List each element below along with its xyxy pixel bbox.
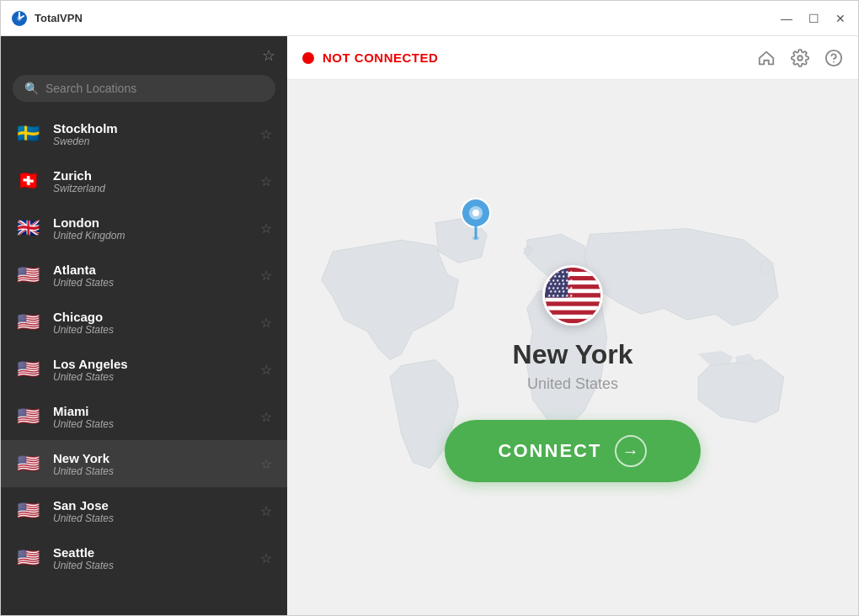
flag-us-miami: 🇺🇸 — [13, 401, 43, 432]
top-bar-icons — [757, 49, 843, 67]
favorite-zurich[interactable]: ☆ — [257, 170, 275, 193]
connect-arrow-icon: → — [615, 435, 647, 467]
search-bar[interactable]: 🔍 — [13, 75, 275, 102]
main-layout: ☆ 🔍 🇸🇪 Stockholm Sweden ☆ 🇨🇭 Zurich — [1, 36, 858, 616]
favorite-london[interactable]: ☆ — [257, 217, 275, 240]
connection-status: NOT CONNECTED — [302, 50, 757, 65]
location-item-zurich[interactable]: 🇨🇭 Zurich Switzerland ☆ — [1, 157, 287, 204]
svg-rect-19 — [545, 306, 600, 311]
city-losangeles: Los Angeles — [53, 357, 257, 371]
svg-rect-20 — [545, 311, 600, 315]
country-us-sanjose: United States — [53, 512, 257, 524]
country-uk: United Kingdom — [53, 230, 257, 242]
connect-button[interactable]: CONNECT → — [445, 420, 702, 482]
country-us-chicago: United States — [53, 324, 257, 336]
help-icon — [824, 49, 843, 67]
location-item-atlanta[interactable]: 🇺🇸 Atlanta United States ☆ — [1, 252, 287, 299]
search-input[interactable] — [45, 82, 264, 95]
city-newyork: New York — [53, 451, 257, 465]
selected-country: United States — [527, 375, 618, 393]
favorite-sanjose[interactable]: ☆ — [257, 500, 275, 523]
connect-label: CONNECT — [499, 440, 602, 462]
help-button[interactable] — [824, 49, 843, 67]
country-switzerland: Switzerland — [53, 183, 257, 194]
favorites-filter-button[interactable]: ☆ — [262, 46, 275, 65]
sidebar: ☆ 🔍 🇸🇪 Stockholm Sweden ☆ 🇨🇭 Zurich — [1, 36, 287, 616]
country-us-miami: United States — [53, 418, 257, 430]
location-item-miami[interactable]: 🇺🇸 Miami United States ☆ — [1, 393, 287, 440]
city-zurich: Zurich — [53, 168, 257, 183]
location-item-sanjose[interactable]: 🇺🇸 San Jose United States ☆ — [1, 487, 287, 534]
app-logo: TotalVPN — [11, 10, 779, 27]
search-icon: 🔍 — [24, 82, 39, 95]
country-sweden: Sweden — [53, 135, 257, 147]
pin-svg — [458, 198, 494, 240]
svg-rect-18 — [545, 302, 600, 306]
favorite-miami[interactable]: ☆ — [257, 406, 275, 428]
status-text: NOT CONNECTED — [323, 50, 438, 65]
city-miami: Miami — [53, 404, 257, 418]
selected-city: New York — [513, 339, 633, 370]
location-item-london[interactable]: 🇬🇧 London United Kingdom ☆ — [1, 204, 287, 252]
flag-sweden: 🇸🇪 — [13, 119, 43, 149]
minimize-button[interactable]: — — [779, 11, 794, 26]
right-panel: NOT CONNECTED — [287, 36, 858, 616]
svg-rect-21 — [545, 315, 600, 319]
city-stockholm: Stockholm — [53, 121, 257, 135]
settings-button[interactable] — [791, 49, 809, 67]
country-us-la: United States — [53, 371, 257, 383]
svg-point-8 — [472, 236, 479, 240]
city-atlanta: Atlanta — [53, 263, 257, 277]
settings-icon — [791, 49, 809, 67]
flag-switzerland: 🇨🇭 — [13, 166, 43, 196]
vpn-logo-icon — [11, 10, 28, 27]
close-button[interactable]: ✕ — [833, 11, 848, 26]
country-us-newyork: United States — [53, 465, 257, 477]
location-item-losangeles[interactable]: 🇺🇸 Los Angeles United States ☆ — [1, 346, 287, 393]
svg-point-7 — [472, 210, 479, 216]
location-item-stockholm[interactable]: 🇸🇪 Stockholm Sweden ☆ — [1, 110, 287, 157]
country-us-atlanta: United States — [53, 277, 257, 289]
location-item-newyork[interactable]: 🇺🇸 New York United States ☆ — [1, 440, 287, 487]
maximize-button[interactable]: ☐ — [806, 11, 821, 26]
sidebar-header: ☆ — [1, 36, 287, 75]
status-indicator — [302, 52, 314, 64]
favorite-chicago[interactable]: ☆ — [257, 311, 275, 334]
favorite-newyork[interactable]: ☆ — [257, 453, 275, 475]
window-controls: — ☐ ✕ — [779, 11, 848, 26]
svg-point-1 — [17, 16, 22, 21]
city-london: London — [53, 215, 257, 230]
top-bar: NOT CONNECTED — [287, 36, 858, 80]
home-icon — [757, 49, 776, 67]
flag-us-seattle: 🇺🇸 — [13, 543, 43, 573]
favorite-losangeles[interactable]: ☆ — [257, 358, 275, 381]
location-item-chicago[interactable]: 🇺🇸 Chicago United States ☆ — [1, 299, 287, 346]
flag-us-chicago: 🇺🇸 — [13, 307, 43, 337]
flag-us-sanjose: 🇺🇸 — [13, 496, 43, 526]
svg-rect-22 — [545, 319, 600, 323]
home-button[interactable] — [757, 49, 776, 67]
favorite-stockholm[interactable]: ☆ — [257, 123, 275, 146]
svg-point-2 — [798, 56, 803, 61]
map-area: ★ ★ ★ ★ ★ ★ ★ ★ ★ ★ ★ ★ ★ ★ ★ ★ ★ ★ ★ ★ … — [287, 80, 858, 616]
flag-uk: 🇬🇧 — [13, 213, 43, 243]
selected-location: ★ ★ ★ ★ ★ ★ ★ ★ ★ ★ ★ ★ ★ ★ ★ ★ ★ ★ ★ ★ … — [445, 265, 702, 482]
flag-us-newyork: 🇺🇸 — [13, 449, 43, 479]
location-list: 🇸🇪 Stockholm Sweden ☆ 🇨🇭 Zurich Switzerl… — [1, 110, 287, 616]
city-seattle: Seattle — [53, 545, 257, 560]
city-sanjose: San Jose — [53, 498, 257, 512]
city-chicago: Chicago — [53, 310, 257, 324]
app-title: TotalVPN — [35, 12, 83, 24]
svg-rect-17 — [545, 298, 600, 302]
svg-text:★ ★ ★ ★ ★ ★: ★ ★ ★ ★ ★ ★ — [547, 294, 574, 298]
country-us-seattle: United States — [53, 560, 257, 571]
titlebar: TotalVPN — ☐ ✕ — [1, 1, 858, 36]
flag-us-la: 🇺🇸 — [13, 354, 43, 385]
location-item-seattle[interactable]: 🇺🇸 Seattle United States ☆ — [1, 534, 287, 581]
favorite-atlanta[interactable]: ☆ — [257, 264, 275, 287]
selected-flag: ★ ★ ★ ★ ★ ★ ★ ★ ★ ★ ★ ★ ★ ★ ★ ★ ★ ★ ★ ★ … — [542, 265, 603, 326]
map-location-pin — [458, 198, 494, 240]
favorite-seattle[interactable]: ☆ — [257, 547, 275, 570]
flag-us-atlanta: 🇺🇸 — [13, 260, 43, 290]
